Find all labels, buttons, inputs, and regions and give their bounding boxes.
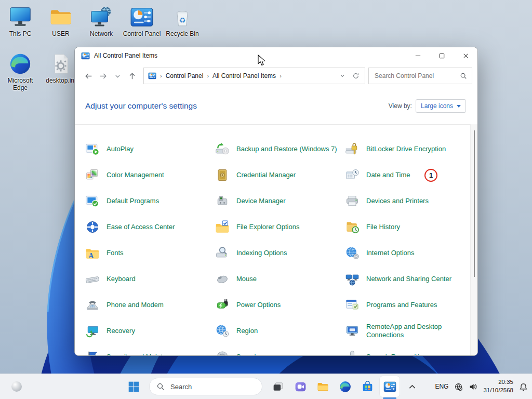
taskbar-store-button[interactable] — [357, 376, 377, 397]
control-panel-item-file-history[interactable]: File History — [345, 214, 470, 240]
item-label: RemoteApp and Desktop Connections — [366, 323, 468, 340]
control-panel-item-programs-and-features[interactable]: Programs and Features — [345, 292, 470, 318]
minimize-button[interactable] — [406, 47, 430, 64]
control-panel-item-autoplay[interactable]: AutoPlay — [85, 136, 215, 162]
control-panel-item-recovery[interactable]: Recovery — [85, 318, 215, 344]
breadcrumb-item[interactable]: All Control Panel Items — [212, 72, 276, 79]
annotation-step-circle: 1 — [424, 169, 437, 182]
taskbar-search-input[interactable] — [169, 382, 239, 391]
address-bar[interactable]: ›Control Panel›All Control Panel Items› — [143, 68, 365, 84]
control-panel-item-color-management[interactable]: Color Management — [85, 162, 215, 188]
autoplay-icon — [85, 142, 100, 156]
control-panel-item-remoteapp-and-desktop-connections[interactable]: RemoteApp and Desktop Connections — [345, 318, 470, 344]
control-panel-item-speech-recognition[interactable]: Speech Recognition — [345, 344, 470, 355]
breadcrumb-item[interactable]: Control Panel — [166, 72, 204, 79]
control-panel-item-security-and-maintenance[interactable]: Security and Maintenance — [85, 344, 215, 355]
item-label: Fonts — [107, 249, 124, 257]
desktop-icon-microsoft-edge[interactable]: Microsoft Edge — [0, 52, 41, 92]
desktop-icon-control-panel[interactable]: Control Panel — [122, 5, 162, 38]
recycle-bin-icon: ♻ — [170, 5, 194, 29]
item-label: Indexing Options — [236, 249, 287, 257]
language-indicator[interactable]: ENG — [435, 383, 448, 390]
page-header: Adjust your computer's settings View by:… — [75, 88, 477, 124]
volume-icon[interactable] — [469, 382, 477, 391]
close-button[interactable] — [454, 47, 477, 64]
network-icon — [89, 5, 113, 29]
taskbar-clock[interactable]: 20:35 31/10/2568 — [483, 378, 513, 394]
control-panel-item-file-explorer-options[interactable]: File Explorer Options — [215, 214, 345, 240]
item-label: Internet Options — [366, 249, 415, 257]
control-panel-item-bitlocker-drive-encryption[interactable]: BitLocker Drive Encryption — [345, 136, 470, 162]
view-by-group: View by: Large icons — [389, 99, 466, 113]
control-panel-item-backup-and-restore-windows-7-[interactable]: Backup and Restore (Windows 7) — [215, 136, 345, 162]
taskbar-control-panel-button[interactable] — [380, 376, 400, 397]
window-controls — [406, 47, 477, 64]
taskbar-search[interactable] — [149, 378, 262, 395]
address-bar-tail — [339, 72, 361, 79]
recent-pages-button[interactable] — [110, 68, 125, 84]
navigation-bar: ›Control Panel›All Control Panel Items› — [75, 64, 477, 88]
control-panel-item-keyboard[interactable]: Keyboard — [85, 266, 215, 292]
item-label: Color Management — [107, 171, 164, 179]
refresh-button[interactable] — [352, 72, 360, 79]
desktop-icon-network[interactable]: Network — [81, 5, 122, 38]
taskbar-tray-chevron-button[interactable] — [402, 376, 422, 397]
scrollbar-thumb[interactable] — [474, 130, 475, 277]
item-label: Speech Recognition — [366, 353, 427, 355]
forward-button[interactable] — [96, 68, 110, 84]
vertical-scrollbar[interactable] — [470, 124, 477, 355]
desktop-icon-user[interactable]: USER — [41, 5, 81, 38]
back-button[interactable] — [81, 68, 96, 84]
control-panel-item-credential-manager[interactable]: Credential Manager — [215, 162, 345, 188]
notification-bell-icon[interactable] — [519, 382, 528, 391]
desktop-icon-recycle-bin[interactable]: ♻Recycle Bin — [162, 5, 203, 38]
taskbar-task-view-button[interactable] — [268, 376, 288, 397]
mouse-cursor — [258, 55, 265, 66]
up-button[interactable] — [125, 68, 139, 84]
control-panel-item-indexing-options[interactable]: Indexing Options — [215, 240, 345, 266]
start-button[interactable] — [124, 376, 143, 397]
control-panel-item-phone-and-modem[interactable]: Phone and Modem — [85, 292, 215, 318]
control-panel-item-power-options[interactable]: Power Options — [215, 292, 345, 318]
widgets-button[interactable] — [10, 380, 23, 393]
item-label: Programs and Features — [366, 301, 437, 309]
taskbar-file-explorer-button[interactable] — [313, 376, 332, 397]
control-panel-search[interactable] — [368, 68, 472, 84]
search-input[interactable] — [374, 72, 457, 80]
control-panel-item-sound[interactable]: Sound — [215, 344, 345, 355]
control-panel-item-internet-options[interactable]: Internet Options — [345, 240, 470, 266]
clock-date: 31/10/2568 — [483, 387, 513, 395]
control-panel-item-ease-of-access-center[interactable]: Ease of Access Center — [85, 214, 215, 240]
taskbar-chat-button[interactable] — [290, 376, 310, 397]
devices-printers-icon — [345, 194, 360, 208]
sound-icon — [215, 350, 230, 355]
address-dropdown-button[interactable] — [339, 72, 346, 79]
item-label: Security and Maintenance — [107, 353, 184, 355]
control-panel-item-fonts[interactable]: AFonts — [85, 240, 215, 266]
taskbar-edge-button[interactable] — [335, 376, 355, 397]
this-pc-icon — [8, 5, 32, 29]
control-panel-item-default-programs[interactable]: Default Programs — [85, 188, 215, 214]
file-history-icon — [345, 220, 360, 234]
control-panel-item-device-manager[interactable]: Device Manager — [215, 188, 345, 214]
desktop-ini-icon — [49, 52, 73, 76]
default-programs-icon — [85, 194, 100, 208]
control-panel-item-date-and-time[interactable]: Date and Time — [345, 162, 470, 188]
page-title: Adjust your computer's settings — [85, 101, 197, 111]
view-by-dropdown[interactable]: Large icons — [416, 99, 466, 113]
window-titlebar: All Control Panel Items — [75, 47, 477, 64]
desktop-icon-this-pc[interactable]: This PC — [0, 5, 41, 38]
maximize-button[interactable] — [430, 47, 454, 64]
control-panel-item-mouse[interactable]: Mouse — [215, 266, 345, 292]
control-panel-item-devices-and-printers[interactable]: Devices and Printers — [345, 188, 470, 214]
region-icon — [215, 324, 230, 338]
clock-time: 20:35 — [483, 378, 513, 387]
taskbar: ENG 20:35 31/10/2568 — [0, 374, 532, 399]
network-globe-icon[interactable] — [454, 382, 463, 391]
svg-text:♻: ♻ — [179, 16, 186, 24]
control-panel-item-region[interactable]: Region — [215, 318, 345, 344]
item-label: Phone and Modem — [107, 301, 164, 309]
item-label: Sound — [236, 353, 256, 355]
chevron-down-icon — [457, 105, 461, 108]
control-panel-item-network-and-sharing-center[interactable]: Network and Sharing Center — [345, 266, 470, 292]
